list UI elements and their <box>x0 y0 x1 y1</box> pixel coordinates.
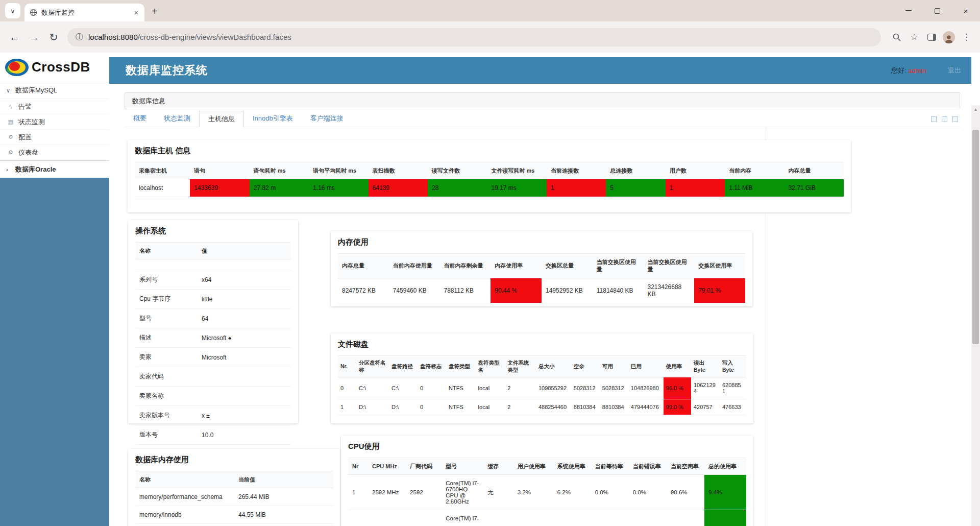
sidebar-item[interactable]: ⚙仪表盘 <box>0 145 109 160</box>
url-path: /cross-db-engine/views/viewDashboard.fac… <box>138 33 291 41</box>
page-scrollbar[interactable]: ▲ ▼ <box>971 105 980 526</box>
sidebar-item[interactable]: ▤状态监测 <box>0 114 109 130</box>
forward-button[interactable]: → <box>24 28 44 47</box>
memory-usage-card: 内存使用 内存总量当前内存使用量当前内存剩余量内存使用率交换区总量当前交换区使用… <box>331 231 752 306</box>
sidebar-item-label: 告警 <box>18 102 32 111</box>
column-header: 内存总量 <box>785 162 844 179</box>
greeting-label: 您好: <box>891 66 906 75</box>
dashboard-gauge-icon: ⚙ <box>7 149 15 156</box>
cell: Cpu 字节序 <box>135 290 198 309</box>
cell: 2 <box>505 399 536 415</box>
column-header: 交换区总量 <box>542 254 593 278</box>
cell: 描述 <box>135 328 198 348</box>
alert-lightning-icon: ϟ <box>7 104 15 110</box>
reload-button[interactable]: ↻ <box>44 28 63 47</box>
column-header: 语句耗时 ms <box>250 162 309 179</box>
cell: D:\ <box>356 399 389 415</box>
sidebar-group-mysql[interactable]: ∨ 数据库MySQL <box>0 82 109 99</box>
browser-toolbar: ← → ↻ ⓘ localhost:8080/cross-db-engine/v… <box>0 21 980 53</box>
scroll-up-icon[interactable]: ▲ <box>971 105 980 114</box>
cell: 型号 <box>135 309 198 328</box>
panel-tab-1[interactable]: 概要 <box>125 111 155 127</box>
column-header: 当前内存使用量 <box>389 254 440 278</box>
tab-search-button[interactable]: ∨ <box>5 3 20 18</box>
column-header: 总的使用率 <box>704 458 746 475</box>
browser-tab[interactable]: 数据库监控 × <box>24 4 144 21</box>
cell: 109855292 <box>536 377 571 399</box>
cpu-usage-card: CPU使用 NrCPU MHz厂商代码型号缓存用户使用率系统使用率当前等待率当前… <box>341 436 753 526</box>
panel-tab-2[interactable]: 状态监测 <box>155 111 199 127</box>
cell <box>198 259 291 270</box>
section-title: 数据库内存使用 <box>135 455 333 465</box>
profile-avatar[interactable] <box>940 29 958 46</box>
bookmark-star-icon[interactable]: ☆ <box>905 29 923 46</box>
window-close-button[interactable]: × <box>951 0 980 21</box>
config-gear-icon: ⚙ <box>7 134 15 140</box>
sidebar-menu: ∨ 数据库MySQL ϟ告警▤状态监测⚙配置⚙仪表盘 › 数据库Oracle <box>0 82 109 178</box>
logo-text: CrossDB <box>32 59 90 75</box>
cell <box>406 510 442 526</box>
panel-tab-5[interactable]: 客户端连接 <box>302 111 352 127</box>
table-row: 12592 MHz2592Core(TM) i7-6700HQ CPU @ 2.… <box>348 475 746 510</box>
sidebar-item-label: 配置 <box>18 133 32 142</box>
logout-button[interactable]: 退出 <box>948 66 961 75</box>
back-button[interactable]: ← <box>5 28 24 47</box>
status-cell: 19.17 ms <box>487 179 546 197</box>
column-header: 值 <box>198 243 291 259</box>
cell: 90.6% <box>667 475 704 510</box>
window-minimize-button[interactable] <box>894 0 923 21</box>
cell: memory/performance_schema <box>135 488 234 506</box>
cell: memory/innodb <box>135 506 234 524</box>
scrollbar-thumb[interactable] <box>972 130 979 344</box>
column-header: 盘符标志 <box>418 356 446 377</box>
panel-tool-button-1[interactable] <box>931 116 937 122</box>
cell: 8247572 KB <box>338 278 389 303</box>
panel-tool-button-3[interactable] <box>952 116 958 122</box>
new-tab-button[interactable]: + <box>148 4 162 18</box>
window-maximize-button[interactable] <box>923 0 951 21</box>
status-cell: 1.11 MiB <box>725 179 784 197</box>
sidebar-item[interactable]: ϟ告警 <box>0 99 109 114</box>
cell <box>513 510 553 526</box>
column-header: 用户数 <box>666 162 725 179</box>
cell: Core(TM) i7-6700HQ CPU @ 2.60GHz <box>442 475 483 510</box>
chevron-down-icon: ∨ <box>6 87 11 94</box>
panel-tab-4[interactable]: Innodb引擎表 <box>244 111 302 127</box>
column-header: 内存总量 <box>338 254 389 278</box>
column-header: 名称 <box>135 243 198 259</box>
sidebar-item[interactable]: ⚙配置 <box>0 130 109 145</box>
zoom-icon[interactable] <box>888 29 905 46</box>
column-header: 系统使用率 <box>553 458 591 475</box>
sidebar-group-oracle[interactable]: › 数据库Oracle <box>0 160 109 178</box>
panel-tool-button-2[interactable] <box>942 116 947 122</box>
disk-card: 文件磁盘 Nr.分区盘符名称盘符路径盘符标志盘符类型盘符类型名文件系统类型总大小… <box>331 333 753 423</box>
cell <box>368 510 406 526</box>
cell: 3.2% <box>513 475 553 510</box>
cell: 11814840 KB <box>593 278 644 303</box>
column-header: 当前连接数 <box>547 162 606 179</box>
cell: NTFS <box>446 377 476 399</box>
crossdb-logo-icon <box>4 58 30 77</box>
cell: 6208851 <box>720 377 746 399</box>
browser-menu-kebab-icon[interactable]: ⋮ <box>958 29 975 46</box>
table-header-row: NrCPU MHz厂商代码型号缓存用户使用率系统使用率当前等待率当前错误率当前空… <box>348 458 746 475</box>
status-monitor-icon: ▤ <box>7 118 15 125</box>
chevron-right-icon: › <box>6 166 11 173</box>
status-cell: 99.0 % <box>664 399 691 415</box>
site-info-icon[interactable]: ⓘ <box>76 32 83 42</box>
panel-tab-3[interactable]: 主机信息 <box>199 111 244 127</box>
tab-close-icon[interactable]: × <box>133 8 139 17</box>
cell: 卖家 <box>135 348 198 367</box>
column-header: 当前内存剩余量 <box>440 254 491 278</box>
username: admin <box>909 67 926 75</box>
side-panel-icon[interactable] <box>923 29 940 46</box>
address-bar[interactable]: ⓘ localhost:8080/cross-db-engine/views/v… <box>67 28 881 46</box>
host-info-card: 数据库主机 信息 采集宿主机语句语句耗时 ms语句平均耗时 ms表扫描数读写文件… <box>128 140 851 212</box>
cell: 0.0% <box>591 475 629 510</box>
cell: 104826980 <box>628 377 664 399</box>
section-title: 文件磁盘 <box>338 340 746 349</box>
crossdb-logo: CrossDB <box>0 53 109 82</box>
sidebar-item-label: 状态监测 <box>18 117 45 127</box>
cell: x ± <box>198 406 291 425</box>
sidebar-group-label: 数据库MySQL <box>15 86 57 95</box>
